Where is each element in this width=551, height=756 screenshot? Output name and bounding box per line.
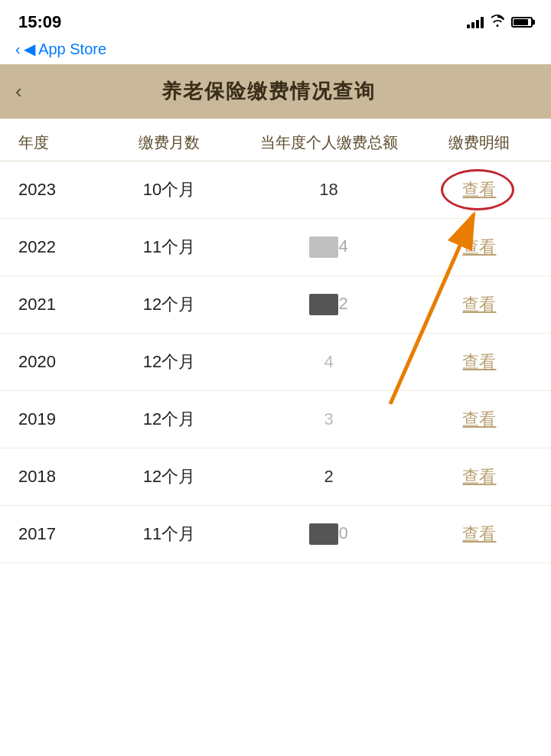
- view-link[interactable]: 查看: [426, 178, 533, 201]
- view-link[interactable]: 查看: [426, 408, 533, 431]
- view-link[interactable]: 查看: [426, 236, 533, 259]
- cell-year: 2017: [18, 524, 107, 544]
- table-row: 202012个月4查看: [0, 334, 551, 391]
- page-title: 养老保险缴费情况查询: [30, 78, 508, 105]
- cell-amount: 3: [231, 409, 426, 429]
- table-row: 201912个月3查看: [0, 391, 551, 448]
- app-store-bar: ‹ ◀ App Store: [0, 38, 551, 64]
- table-row: 202211个月4查看: [0, 219, 551, 276]
- cell-year: 2022: [18, 237, 107, 257]
- view-link[interactable]: 查看: [426, 293, 533, 316]
- col-months-header: 缴费月数: [107, 132, 231, 153]
- cell-year: 2023: [18, 180, 107, 200]
- cell-months: 12个月: [107, 293, 231, 316]
- cell-amount: 2: [231, 467, 426, 487]
- battery-icon: [511, 17, 533, 28]
- cell-amount: 4: [231, 236, 426, 258]
- table-body: 202310个月18查看202211个月4查看202112个月2查看202012…: [0, 161, 551, 563]
- app-store-label: ◀ App Store: [24, 40, 106, 58]
- cell-months: 12个月: [107, 465, 231, 488]
- view-link[interactable]: 查看: [426, 350, 533, 373]
- wifi-icon: [490, 15, 505, 30]
- cell-year: 2019: [18, 409, 107, 429]
- cell-year: 2020: [18, 352, 107, 372]
- cell-amount: 0: [231, 523, 426, 545]
- view-link[interactable]: 查看: [426, 523, 533, 546]
- col-detail-header: 缴费明细: [426, 132, 533, 153]
- page-header: ‹ 养老保险缴费情况查询: [0, 64, 551, 119]
- col-total-header: 当年度个人缴费总额: [231, 132, 426, 153]
- cell-amount: 18: [231, 180, 426, 200]
- status-time: 15:09: [18, 12, 61, 32]
- cell-amount: 4: [231, 352, 426, 372]
- cell-year: 2021: [18, 295, 107, 314]
- status-icons: [467, 15, 533, 30]
- table-row: 202310个月18查看: [0, 161, 551, 219]
- view-link[interactable]: 查看: [426, 465, 533, 488]
- cell-year: 2018: [18, 467, 107, 487]
- table-header: 年度 缴费月数 当年度个人缴费总额 缴费明细: [0, 119, 551, 161]
- cell-months: 10个月: [107, 178, 231, 201]
- status-bar: 15:09: [0, 0, 551, 38]
- table-row: 202112个月2查看: [0, 276, 551, 334]
- cell-months: 11个月: [107, 236, 231, 259]
- cell-months: 11个月: [107, 523, 231, 546]
- signal-icon: [467, 16, 484, 28]
- table-row: 201711个月0查看: [0, 506, 551, 563]
- table-row: 201812个月2查看: [0, 448, 551, 506]
- back-button[interactable]: ‹: [15, 80, 22, 103]
- back-chevron-icon: ‹: [15, 41, 21, 58]
- app-store-link[interactable]: ‹ ◀ App Store: [15, 40, 536, 58]
- cell-amount: 2: [231, 294, 426, 315]
- col-year-header: 年度: [18, 132, 107, 153]
- cell-months: 12个月: [107, 408, 231, 431]
- cell-months: 12个月: [107, 350, 231, 373]
